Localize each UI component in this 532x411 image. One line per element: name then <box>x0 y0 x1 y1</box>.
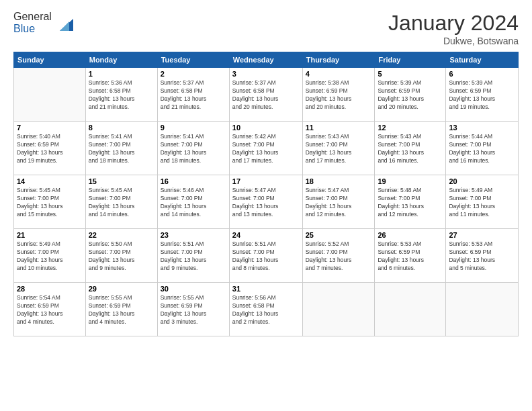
day-info: Sunrise: 5:37 AMSunset: 6:58 PMDaylight:… <box>232 79 300 111</box>
day-cell: 27Sunrise: 5:53 AMSunset: 6:59 PMDayligh… <box>446 229 519 283</box>
day-cell: 30Sunrise: 5:55 AMSunset: 6:59 PMDayligh… <box>157 283 229 336</box>
day-cell: 2Sunrise: 5:37 AMSunset: 6:58 PMDaylight… <box>157 68 229 122</box>
day-number: 30 <box>161 285 226 293</box>
day-info: Sunrise: 5:50 AMSunset: 7:00 PMDaylight:… <box>89 240 154 273</box>
day-info: Sunrise: 5:56 AMSunset: 6:58 PMDaylight:… <box>232 294 300 326</box>
day-number: 25 <box>306 231 372 239</box>
day-number: 13 <box>449 124 515 132</box>
day-info: Sunrise: 5:46 AMSunset: 7:00 PMDaylight:… <box>161 187 226 219</box>
day-info: Sunrise: 5:47 AMSunset: 7:00 PMDaylight:… <box>232 187 300 219</box>
day-number: 20 <box>449 177 515 185</box>
logo-general: General <box>13 11 52 22</box>
day-info: Sunrise: 5:49 AMSunset: 7:00 PMDaylight:… <box>17 240 83 273</box>
day-cell: 29Sunrise: 5:55 AMSunset: 6:59 PMDayligh… <box>85 283 157 336</box>
day-cell: 10Sunrise: 5:42 AMSunset: 7:00 PMDayligh… <box>229 122 302 175</box>
day-info: Sunrise: 5:43 AMSunset: 7:00 PMDaylight:… <box>378 133 443 165</box>
month-title: January 2024 <box>388 11 519 36</box>
day-cell: 28Sunrise: 5:54 AMSunset: 6:59 PMDayligh… <box>14 283 86 336</box>
day-info: Sunrise: 5:51 AMSunset: 7:00 PMDaylight:… <box>232 240 300 273</box>
day-cell <box>14 68 86 122</box>
day-number: 7 <box>17 124 83 132</box>
day-number: 4 <box>306 70 372 78</box>
svg-marker-1 <box>60 21 69 31</box>
day-number: 11 <box>306 124 372 132</box>
day-cell: 1Sunrise: 5:36 AMSunset: 6:58 PMDaylight… <box>85 68 157 122</box>
day-number: 28 <box>17 285 83 293</box>
day-cell: 20Sunrise: 5:49 AMSunset: 7:00 PMDayligh… <box>446 175 519 229</box>
day-number: 12 <box>378 124 443 132</box>
day-info: Sunrise: 5:37 AMSunset: 6:58 PMDaylight:… <box>161 79 226 111</box>
col-saturday: Saturday <box>446 52 519 68</box>
day-info: Sunrise: 5:40 AMSunset: 6:59 PMDaylight:… <box>17 133 83 165</box>
day-cell: 12Sunrise: 5:43 AMSunset: 7:00 PMDayligh… <box>375 122 446 175</box>
day-number: 17 <box>232 177 300 185</box>
day-info: Sunrise: 5:42 AMSunset: 7:00 PMDaylight:… <box>232 133 300 165</box>
logo: General Blue <box>13 11 76 35</box>
day-cell: 4Sunrise: 5:38 AMSunset: 6:59 PMDaylight… <box>302 68 375 122</box>
day-cell: 25Sunrise: 5:52 AMSunset: 7:00 PMDayligh… <box>302 229 375 283</box>
day-number: 14 <box>17 177 83 185</box>
day-cell: 22Sunrise: 5:50 AMSunset: 7:00 PMDayligh… <box>85 229 157 283</box>
day-cell: 17Sunrise: 5:47 AMSunset: 7:00 PMDayligh… <box>229 175 302 229</box>
day-cell: 9Sunrise: 5:41 AMSunset: 7:00 PMDaylight… <box>157 122 229 175</box>
location: Dukwe, Botswana <box>388 36 519 46</box>
day-cell: 24Sunrise: 5:51 AMSunset: 7:00 PMDayligh… <box>229 229 302 283</box>
day-info: Sunrise: 5:47 AMSunset: 7:00 PMDaylight:… <box>306 187 372 219</box>
day-number: 27 <box>449 231 515 239</box>
day-info: Sunrise: 5:45 AMSunset: 7:00 PMDaylight:… <box>89 187 154 219</box>
day-number: 2 <box>161 70 226 78</box>
header-row: Sunday Monday Tuesday Wednesday Thursday… <box>14 52 519 68</box>
day-info: Sunrise: 5:41 AMSunset: 7:00 PMDaylight:… <box>89 133 154 165</box>
day-cell: 26Sunrise: 5:53 AMSunset: 6:59 PMDayligh… <box>375 229 446 283</box>
day-cell: 31Sunrise: 5:56 AMSunset: 6:58 PMDayligh… <box>229 283 302 336</box>
day-cell: 7Sunrise: 5:40 AMSunset: 6:59 PMDaylight… <box>14 122 86 175</box>
week-row-1: 7Sunrise: 5:40 AMSunset: 6:59 PMDaylight… <box>14 122 519 175</box>
day-info: Sunrise: 5:48 AMSunset: 7:00 PMDaylight:… <box>378 187 443 219</box>
day-cell: 8Sunrise: 5:41 AMSunset: 7:00 PMDaylight… <box>85 122 157 175</box>
day-number: 3 <box>232 70 300 78</box>
day-cell: 11Sunrise: 5:43 AMSunset: 7:00 PMDayligh… <box>302 122 375 175</box>
day-number: 5 <box>378 70 443 78</box>
day-number: 15 <box>89 177 154 185</box>
calendar: Sunday Monday Tuesday Wednesday Thursday… <box>13 52 519 336</box>
day-number: 9 <box>161 124 226 132</box>
week-row-0: 1Sunrise: 5:36 AMSunset: 6:58 PMDaylight… <box>14 68 519 122</box>
day-number: 1 <box>89 70 154 78</box>
day-cell: 14Sunrise: 5:45 AMSunset: 7:00 PMDayligh… <box>14 175 86 229</box>
day-info: Sunrise: 5:39 AMSunset: 6:59 PMDaylight:… <box>378 79 443 111</box>
day-cell: 6Sunrise: 5:39 AMSunset: 6:59 PMDaylight… <box>446 68 519 122</box>
day-info: Sunrise: 5:55 AMSunset: 6:59 PMDaylight:… <box>89 294 154 326</box>
day-number: 22 <box>89 231 154 239</box>
day-cell: 23Sunrise: 5:51 AMSunset: 7:00 PMDayligh… <box>157 229 229 283</box>
week-row-3: 21Sunrise: 5:49 AMSunset: 7:00 PMDayligh… <box>14 229 519 283</box>
day-info: Sunrise: 5:51 AMSunset: 7:00 PMDaylight:… <box>161 240 226 273</box>
day-info: Sunrise: 5:53 AMSunset: 6:59 PMDaylight:… <box>449 240 515 273</box>
day-info: Sunrise: 5:45 AMSunset: 7:00 PMDaylight:… <box>17 187 83 219</box>
col-friday: Friday <box>375 52 446 68</box>
week-row-4: 28Sunrise: 5:54 AMSunset: 6:59 PMDayligh… <box>14 283 519 336</box>
day-cell: 21Sunrise: 5:49 AMSunset: 7:00 PMDayligh… <box>14 229 86 283</box>
col-wednesday: Wednesday <box>229 52 302 68</box>
col-thursday: Thursday <box>302 52 375 68</box>
day-cell: 19Sunrise: 5:48 AMSunset: 7:00 PMDayligh… <box>375 175 446 229</box>
day-cell <box>446 283 519 336</box>
header: General Blue January 2024 Dukwe, Botswan… <box>13 11 519 46</box>
title-block: January 2024 Dukwe, Botswana <box>388 11 519 46</box>
logo-text: General Blue <box>13 11 52 35</box>
day-cell: 16Sunrise: 5:46 AMSunset: 7:00 PMDayligh… <box>157 175 229 229</box>
day-info: Sunrise: 5:53 AMSunset: 6:59 PMDaylight:… <box>378 240 443 273</box>
day-cell: 5Sunrise: 5:39 AMSunset: 6:59 PMDaylight… <box>375 68 446 122</box>
day-number: 31 <box>232 285 300 293</box>
day-cell <box>302 283 375 336</box>
day-info: Sunrise: 5:43 AMSunset: 7:00 PMDaylight:… <box>306 133 372 165</box>
day-number: 26 <box>378 231 443 239</box>
week-row-2: 14Sunrise: 5:45 AMSunset: 7:00 PMDayligh… <box>14 175 519 229</box>
day-info: Sunrise: 5:44 AMSunset: 7:00 PMDaylight:… <box>449 133 515 165</box>
col-sunday: Sunday <box>14 52 86 68</box>
day-cell: 18Sunrise: 5:47 AMSunset: 7:00 PMDayligh… <box>302 175 375 229</box>
col-tuesday: Tuesday <box>157 52 229 68</box>
day-number: 23 <box>161 231 226 239</box>
logo-blue: Blue <box>13 23 35 34</box>
day-number: 29 <box>89 285 154 293</box>
day-number: 24 <box>232 231 300 239</box>
